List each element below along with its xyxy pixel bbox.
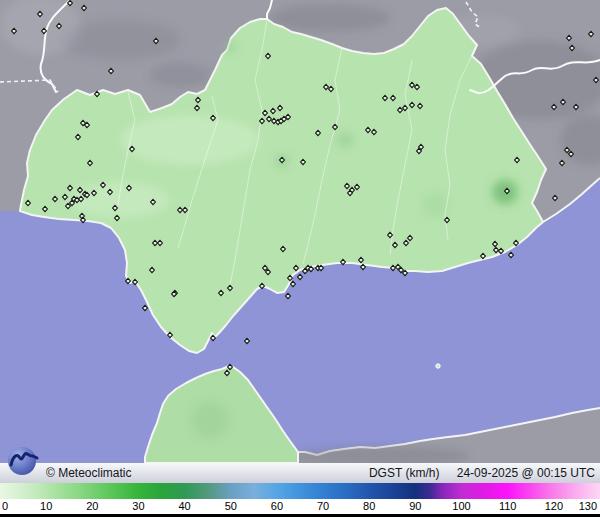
scale-tick-label: 90 — [409, 500, 421, 512]
scale-tick-label: 30 — [132, 500, 144, 512]
scale-tick-label: 60 — [271, 500, 283, 512]
scale-tick-label: 40 — [178, 500, 190, 512]
copyright-label: © Meteoclimatic — [46, 466, 132, 480]
scale-tick-label: 20 — [86, 500, 98, 512]
weather-map-screen: © Meteoclimatic DGST (km/h) 24-09-2025 @… — [0, 0, 600, 517]
info-bar: © Meteoclimatic DGST (km/h) 24-09-2025 @… — [0, 463, 600, 483]
scale-tick-label: 80 — [363, 500, 375, 512]
scale-tick-label: 110 — [499, 500, 517, 512]
map-title: DGST (km/h) 24-09-2025 @ 00:15 UTC — [355, 466, 595, 480]
scale-tick-label: 70 — [317, 500, 329, 512]
scale-tick-label: 0 — [2, 500, 8, 512]
datetime-label: 24-09-2025 @ 00:15 UTC — [457, 466, 595, 480]
scale-tick-label: 120 — [545, 500, 563, 512]
gust-color-scale — [0, 483, 600, 499]
weather-map — [0, 0, 600, 463]
scale-tick-label: 10 — [40, 500, 52, 512]
product-label: DGST (km/h) — [369, 466, 439, 480]
scale-tick-label: 50 — [225, 500, 237, 512]
scale-tick-labels: 0102030405060708090100110120130 — [0, 499, 600, 514]
map-area — [0, 0, 600, 463]
meteoclimatic-logo[interactable] — [6, 444, 40, 478]
alboran-island — [436, 364, 440, 368]
scale-tick-label: 130 — [579, 500, 597, 512]
scale-tick-label: 100 — [452, 500, 470, 512]
